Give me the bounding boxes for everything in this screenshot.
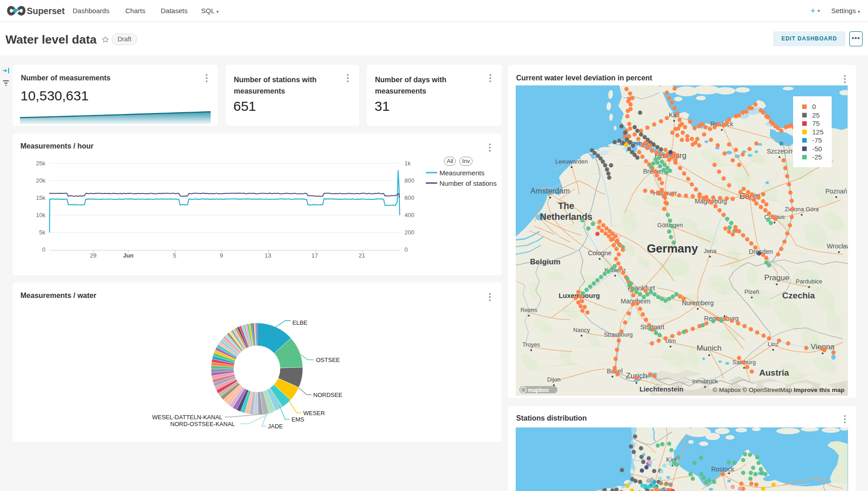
svg-text:Munich: Munich (697, 344, 722, 352)
svg-text:25: 25 (812, 111, 820, 119)
svg-text:Bremerhaven: Bremerhaven (620, 489, 655, 491)
svg-text:Rostock: Rostock (711, 466, 735, 473)
svg-text:Austria: Austria (759, 368, 789, 377)
svg-text:Troyes: Troyes (522, 341, 540, 348)
svg-text:Prague: Prague (764, 273, 789, 282)
svg-text:-50: -50 (812, 145, 822, 153)
svg-text:Plzeň: Plzeň (745, 288, 760, 295)
svg-text:Pardubice: Pardubice (796, 278, 823, 285)
svg-text:-75: -75 (812, 136, 822, 144)
svg-text:Liechtenstein: Liechtenstein (640, 385, 684, 393)
svg-text:Poznań: Poznań (825, 188, 847, 195)
svg-text:Szczecin: Szczecin (767, 148, 792, 155)
svg-text:The: The (558, 201, 574, 211)
svg-text:Nuremberg: Nuremberg (682, 299, 714, 307)
svg-text:Zielona Góra: Zielona Góra (784, 206, 819, 213)
svg-text:Reims: Reims (521, 307, 538, 313)
svg-text:Strasbourg: Strasbourg (604, 331, 633, 338)
svg-text:75: 75 (812, 119, 820, 127)
svg-text:mapbox: mapbox (528, 387, 549, 393)
svg-text:© Mapbox © OpenStreetMap Impro: © Mapbox © OpenStreetMap Improve this ma… (713, 387, 844, 393)
svg-text:Leeuwarden: Leeuwarden (555, 158, 588, 165)
svg-text:Belgium: Belgium (530, 258, 560, 266)
svg-text:Amsterdam: Amsterdam (531, 187, 570, 195)
svg-text:Czechia: Czechia (782, 291, 815, 300)
svg-text:Wrocław: Wrocław (827, 243, 848, 250)
svg-text:-25: -25 (812, 153, 822, 161)
svg-text:Jena: Jena (704, 248, 717, 254)
svg-text:0: 0 (812, 103, 816, 110)
svg-text:Linz: Linz (768, 341, 779, 347)
svg-text:Dijon: Dijon (547, 376, 561, 383)
svg-text:Nancy: Nancy (573, 327, 590, 333)
svg-text:Innsbruck: Innsbruck (692, 378, 718, 385)
svg-text:Cologne: Cologne (588, 249, 612, 257)
svg-text:125: 125 (812, 128, 824, 136)
